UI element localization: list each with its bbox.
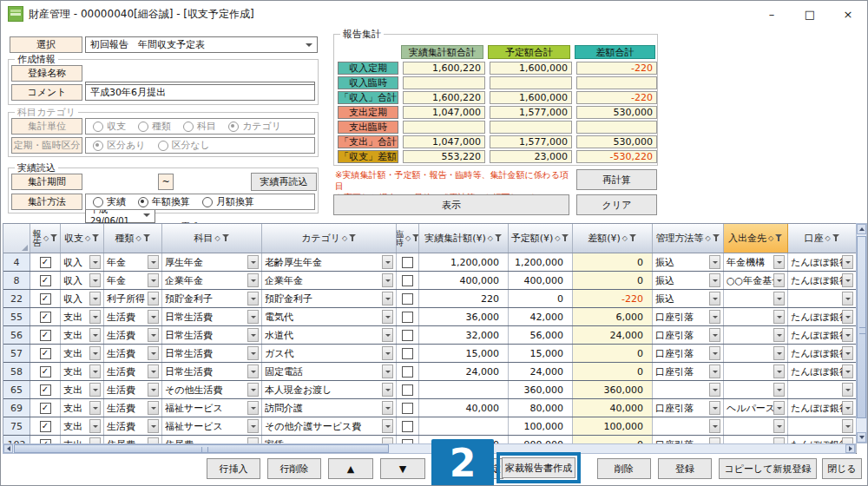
dropdown-arrow-icon[interactable] (709, 401, 720, 415)
report-checkbox[interactable]: ✓ (40, 257, 51, 268)
dropdown-arrow-icon[interactable] (709, 273, 720, 287)
report-checkbox[interactable]: ✓ (40, 421, 51, 432)
column-header-type[interactable]: 種類◇ (104, 224, 162, 253)
dropdown-arrow-icon[interactable] (773, 328, 785, 342)
row-number[interactable]: 75 (3, 417, 30, 435)
column-header-actual[interactable]: 実績集計額(¥)◇ (419, 224, 509, 253)
filter-icon[interactable] (222, 234, 230, 242)
filter-icon[interactable] (143, 234, 151, 242)
cell-planned[interactable]: 24,000 (509, 363, 573, 380)
cell-diff[interactable]: 6,000 (573, 308, 653, 325)
cell-payee[interactable] (724, 345, 788, 362)
dropdown-arrow-icon[interactable] (247, 346, 259, 360)
dropdown-arrow-icon[interactable] (773, 383, 785, 397)
copy-new-register-button[interactable]: コピーして新規登録 (719, 458, 817, 479)
cell-method[interactable]: 口座引落 (653, 345, 724, 362)
show-button[interactable]: 表示 (333, 194, 569, 215)
dropdown-arrow-icon[interactable] (773, 292, 785, 305)
cell-subject[interactable]: 福祉サービス (162, 417, 262, 435)
dropdown-arrow-icon[interactable] (148, 292, 159, 305)
cell-diff[interactable]: 0 (573, 345, 653, 362)
dropdown-arrow-icon[interactable] (709, 255, 720, 269)
cell-diff[interactable]: 0 (573, 272, 653, 289)
cell-planned[interactable]: 80,000 (509, 399, 573, 417)
report-checkbox[interactable]: ✓ (40, 348, 51, 359)
cell-actual[interactable]: 24,000 (419, 363, 509, 380)
maximize-button[interactable]: □ (791, 2, 829, 26)
dropdown-arrow-icon[interactable] (247, 419, 259, 433)
cell-inout[interactable]: 支出 (61, 381, 104, 398)
horizontal-scroll-thumb[interactable] (14, 444, 389, 453)
dropdown-arrow-icon[interactable] (773, 419, 785, 433)
dropdown-arrow-icon[interactable] (773, 346, 785, 360)
cell-method[interactable]: 口座引落 (653, 399, 724, 417)
cell-planned[interactable]: 1,200,000 (509, 253, 573, 271)
cell-inout[interactable]: 支出 (61, 363, 104, 380)
dropdown-arrow-icon[interactable] (842, 383, 853, 397)
delete-button[interactable]: 削除 (597, 458, 651, 479)
filter-icon[interactable] (349, 234, 357, 242)
sort-icon[interactable]: ◇ (768, 234, 773, 242)
cell-diff[interactable]: 0 (573, 363, 653, 380)
filter-icon[interactable] (832, 234, 840, 242)
cell-inout[interactable]: 支出 (61, 308, 104, 325)
adhoc-checkbox[interactable] (402, 330, 413, 341)
dropdown-arrow-icon[interactable] (148, 273, 159, 287)
scroll-down-icon[interactable] (857, 432, 866, 443)
cell-account[interactable] (788, 381, 857, 398)
dropdown-arrow-icon[interactable] (842, 364, 853, 378)
cell-account[interactable]: たんぽぽ銀行普 (788, 399, 857, 417)
dropdown-arrow-icon[interactable] (247, 383, 259, 397)
column-header-adhoc[interactable]: 臨時◇ (397, 224, 419, 253)
radio-option[interactable]: 月額換算 (202, 195, 254, 208)
cell-category[interactable]: 固定電話 (262, 363, 397, 380)
cell-method[interactable]: 口座引落 (653, 308, 724, 325)
clear-button[interactable]: クリア (576, 194, 657, 215)
sort-icon[interactable]: ◇ (825, 234, 830, 242)
cell-payee[interactable] (724, 308, 788, 325)
report-checkbox[interactable]: ✓ (40, 366, 51, 378)
cell-category[interactable]: 電気代 (262, 308, 397, 325)
dropdown-arrow-icon[interactable] (247, 364, 259, 378)
adhoc-checkbox[interactable] (402, 293, 413, 305)
sort-icon[interactable]: ◇ (622, 234, 628, 242)
cell-diff[interactable]: 360,000 (573, 381, 653, 398)
column-header-account[interactable]: 口座◇ (788, 224, 857, 253)
dropdown-arrow-icon[interactable] (773, 273, 785, 287)
cell-type[interactable]: 生活費 (104, 345, 162, 362)
adhoc-checkbox[interactable] (402, 421, 413, 432)
cell-actual[interactable]: 220 (419, 290, 509, 307)
filter-icon[interactable] (629, 234, 637, 242)
cell-subject[interactable]: 日常生活費 (162, 363, 262, 380)
close-button[interactable]: 閉じる (822, 458, 862, 479)
cell-category[interactable]: ガス代 (262, 345, 397, 362)
cell-subject[interactable]: 日常生活費 (162, 326, 262, 344)
dropdown-arrow-icon[interactable] (89, 383, 101, 397)
dropdown-arrow-icon[interactable] (842, 255, 853, 269)
dropdown-arrow-icon[interactable] (148, 255, 159, 269)
cell-diff[interactable]: 100,000 (573, 417, 653, 435)
filter-icon[interactable] (412, 234, 419, 242)
vertical-scrollbar[interactable] (856, 223, 867, 443)
column-header-planned[interactable]: 予定額(¥)◇ (509, 224, 573, 253)
sort-icon[interactable]: ◇ (488, 234, 493, 242)
cell-inout[interactable]: 支出 (61, 345, 104, 362)
recalculate-button[interactable]: 再計算 (576, 169, 657, 190)
dropdown-arrow-icon[interactable] (709, 328, 720, 342)
cell-planned[interactable]: 0 (509, 290, 573, 307)
dropdown-arrow-icon[interactable] (842, 273, 853, 287)
dropdown-arrow-icon[interactable] (842, 419, 853, 433)
dropdown-arrow-icon[interactable] (382, 310, 393, 324)
column-header-inout[interactable]: 収支◇ (61, 224, 104, 253)
row-number[interactable]: 57 (3, 345, 30, 362)
cell-type[interactable]: 年金 (104, 272, 162, 289)
dropdown-arrow-icon[interactable] (709, 292, 720, 305)
column-header-method[interactable]: 管理方法等◇ (653, 224, 724, 253)
dropdown-arrow-icon[interactable] (382, 346, 393, 360)
dropdown-arrow-icon[interactable] (148, 310, 159, 324)
scroll-left-icon[interactable] (3, 444, 13, 453)
dropdown-arrow-icon[interactable] (89, 346, 101, 360)
cell-method[interactable]: 振込 (653, 290, 724, 307)
dropdown-arrow-icon[interactable] (148, 401, 159, 415)
dropdown-arrow-icon[interactable] (773, 255, 785, 269)
